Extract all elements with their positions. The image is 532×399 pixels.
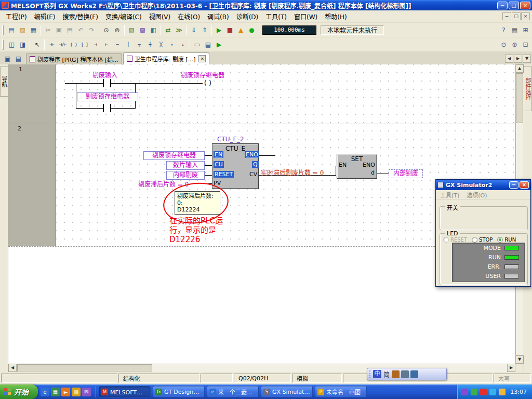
- contact-symbol[interactable]: [103, 79, 111, 87]
- zoom-out-icon[interactable]: ⊖: [499, 40, 509, 49]
- taskbar-clock[interactable]: 13:07: [510, 389, 527, 395]
- ime-keyboard-icon[interactable]: [401, 370, 409, 378]
- coil-icon[interactable]: ( ): [69, 40, 78, 49]
- navigation-dock-tab[interactable]: 导航: [0, 66, 8, 97]
- taskbar-button-1[interactable]: MMELSOFT系列...: [99, 386, 151, 397]
- tab-scroll-right-button[interactable]: ▶: [514, 55, 522, 63]
- read-from-plc-icon[interactable]: ⇑: [200, 25, 209, 34]
- vertical-line-icon[interactable]: │: [123, 40, 133, 49]
- document-tab-2[interactable]: 卫生巾程序库: 剔废 [...]×: [123, 52, 210, 64]
- simulator-menu-option[interactable]: 选项(O): [467, 191, 487, 199]
- start-button[interactable]: 开始: [0, 384, 38, 399]
- quicklaunch-folder-icon[interactable]: ▨: [72, 388, 81, 396]
- restore-button[interactable]: □: [509, 2, 519, 9]
- zoom-dialog-icon[interactable]: ⊞: [521, 25, 530, 34]
- element-selection-icon[interactable]: ◨: [18, 40, 28, 49]
- delete-line-icon[interactable]: ╳: [156, 40, 166, 49]
- scroll-down-button[interactable]: ▼: [515, 355, 524, 364]
- closed-contact-icon[interactable]: ⊣/⊢: [58, 40, 68, 49]
- set-output-label[interactable]: 内部剔废: [389, 169, 423, 178]
- ime-drag-handle[interactable]: [369, 370, 371, 378]
- zoom-in-icon[interactable]: ⊕: [510, 40, 520, 49]
- document-tab-1[interactable]: 剔废程序 [PRG] 程序本体 [结...: [26, 54, 122, 64]
- menu-item-2[interactable]: 编辑(E): [31, 10, 59, 22]
- device-alarm-icon[interactable]: ▲: [236, 25, 246, 34]
- ime-punct-icon[interactable]: [392, 370, 400, 378]
- mdi-restore-button[interactable]: □: [512, 12, 521, 20]
- paste-icon[interactable]: ▤: [65, 25, 75, 34]
- tray-volume-icon[interactable]: [499, 389, 506, 395]
- parameter-icon[interactable]: ▧: [127, 25, 137, 34]
- simulator-menu-tool[interactable]: 工具(T): [440, 191, 459, 199]
- select-mode-icon[interactable]: ↖: [32, 40, 42, 49]
- cu-input-label[interactable]: 数片输入: [166, 161, 205, 170]
- replace-icon[interactable]: ⊚: [112, 25, 122, 34]
- rebuild-all-icon[interactable]: ≫: [174, 25, 184, 34]
- rising-pulse-icon[interactable]: ↑: [167, 40, 177, 49]
- monitor-mode-icon[interactable]: ▶: [214, 40, 224, 49]
- coil-symbol[interactable]: ( ): [203, 79, 213, 87]
- output-label-icon[interactable]: ⊢: [101, 40, 111, 49]
- toolbar-grip[interactable]: [2, 39, 4, 50]
- ime-tools-icon[interactable]: [410, 370, 418, 378]
- tray-ime-icon[interactable]: [461, 389, 468, 395]
- open-project-icon[interactable]: ▨: [18, 25, 28, 34]
- save-project-icon[interactable]: ▦: [29, 25, 38, 34]
- contact-label[interactable]: 剔废输入: [92, 70, 117, 79]
- convert-icon[interactable]: ⇄: [163, 25, 173, 34]
- taskbar-button-3[interactable]: e来一个三菱G...: [207, 386, 259, 397]
- window-tile-icon[interactable]: ▤: [14, 54, 23, 63]
- menu-item-10[interactable]: 窗口(W): [290, 10, 321, 22]
- menu-item-9[interactable]: 工具(T): [262, 10, 290, 22]
- quicklaunch-media-icon[interactable]: ►: [61, 388, 70, 396]
- navigation-window-icon[interactable]: ◫: [7, 40, 17, 49]
- monitor-start-icon[interactable]: ▶: [214, 25, 224, 34]
- menu-item-8[interactable]: 诊断(D): [233, 10, 262, 22]
- scroll-left-button[interactable]: ◀: [8, 364, 17, 372]
- menu-item-5[interactable]: 视图(V): [145, 10, 175, 22]
- junction-line-icon[interactable]: ┼: [145, 40, 155, 49]
- scroll-right-button[interactable]: ▶: [507, 364, 515, 372]
- tray-security-icon[interactable]: [471, 389, 477, 395]
- gx-simulator2-window[interactable]: GX Simulator2 − × 工具(T) 选项(O) 开关 RESETST…: [435, 179, 531, 287]
- menu-item-4[interactable]: 变换/编译(C): [102, 10, 145, 22]
- vertical-scroll-thumb[interactable]: [516, 73, 523, 123]
- falling-pulse-icon[interactable]: ↓: [178, 40, 188, 49]
- menu-item-7[interactable]: 调试(B): [204, 10, 233, 22]
- coil-label[interactable]: 剔废锁存继电器: [181, 70, 224, 79]
- undo-icon[interactable]: ↶: [76, 25, 86, 34]
- write-to-plc-icon[interactable]: ⇓: [189, 25, 198, 34]
- ime-mode-indicator[interactable]: 简: [383, 370, 390, 379]
- branch-contact-label[interactable]: 剔废锁存继电器: [77, 92, 138, 101]
- branch-line-icon[interactable]: ┬: [134, 40, 144, 49]
- scroll-up-button[interactable]: ▲: [515, 64, 524, 73]
- horizontal-line-icon[interactable]: ─: [112, 40, 122, 49]
- taskbar-button-5[interactable]: P未命名 - 画图: [315, 386, 367, 397]
- window-arrange-icon[interactable]: ▦: [510, 25, 520, 34]
- menu-item-6[interactable]: 在线(O): [174, 10, 204, 22]
- help-icon[interactable]: ?: [499, 25, 509, 34]
- menu-item-1[interactable]: 工程(P): [2, 10, 31, 22]
- simulation-status-icon[interactable]: ●: [247, 25, 257, 34]
- element-selection-dock-tab[interactable]: 部件选择: [524, 66, 532, 111]
- ime-language-bar[interactable]: 中 简: [367, 368, 447, 380]
- mdi-minimize-button[interactable]: −: [502, 12, 511, 20]
- close-button[interactable]: ×: [520, 2, 530, 9]
- window-cascade-icon[interactable]: ▣: [3, 54, 12, 63]
- mdi-close-button[interactable]: ×: [521, 12, 530, 20]
- simulator-minimize-button[interactable]: −: [509, 181, 518, 189]
- toolbar-grip[interactable]: [2, 25, 4, 35]
- monitor-stop-icon[interactable]: ■: [225, 25, 235, 34]
- redo-icon[interactable]: ↷: [87, 25, 97, 34]
- horizontal-scroll-thumb[interactable]: [17, 364, 152, 371]
- tab-scroll-left-button[interactable]: ◀: [505, 55, 513, 63]
- zoom-100-icon[interactable]: ⊡: [521, 40, 530, 49]
- copy-icon[interactable]: ▣: [54, 25, 64, 34]
- reset-input-label[interactable]: 内部剔废: [166, 171, 205, 180]
- cv-value-label[interactable]: 实时滞后剔废片数 = 0: [261, 168, 324, 177]
- taskbar-button-4[interactable]: SGX Simulator2: [261, 386, 313, 397]
- new-project-icon[interactable]: ▤: [7, 25, 17, 34]
- device-comment-icon[interactable]: ◧: [149, 25, 158, 34]
- quicklaunch-desktop-icon[interactable]: ▦: [51, 388, 60, 396]
- cut-icon[interactable]: ✂: [43, 25, 53, 34]
